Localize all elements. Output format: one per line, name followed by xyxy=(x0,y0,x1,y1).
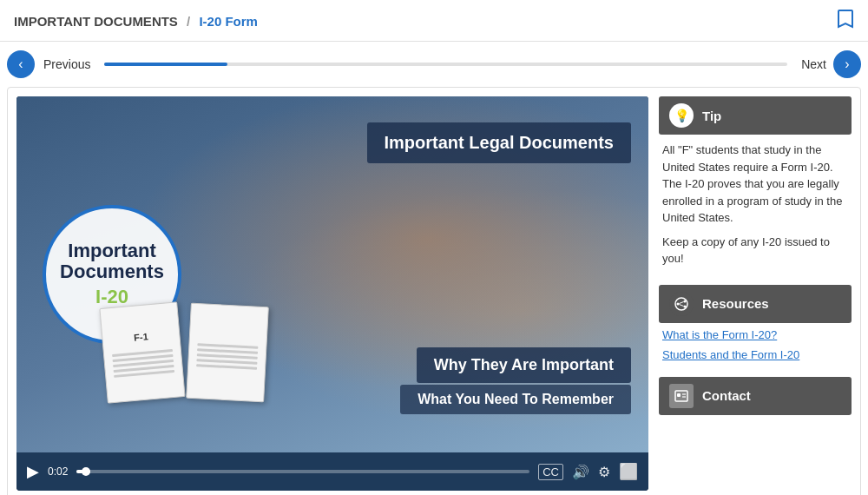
contact-icon xyxy=(669,384,694,408)
why-overlay: Why They Are Important xyxy=(417,347,631,383)
page-header: IMPORTANT DOCUMENTS / I-20 Form xyxy=(0,0,868,42)
doc-thumbnails: F-1 xyxy=(103,305,266,400)
navigation-bar: ‹ Previous Next › xyxy=(0,42,868,87)
slide-title-overlay: Important Legal Documents xyxy=(367,122,631,163)
settings-button[interactable]: ⚙ xyxy=(598,464,610,480)
resource-link-1[interactable]: What is the Form I-20? xyxy=(662,328,848,341)
progress-bar-fill xyxy=(104,63,227,66)
control-icons: CC 🔊 ⚙ ⬜ xyxy=(538,462,638,481)
doc-thumb-lines-2 xyxy=(196,340,259,373)
contact-section: Contact xyxy=(659,377,852,415)
tip-section: 💡 Tip All "F" students that study in the… xyxy=(659,96,852,274)
resources-header-label: Resources xyxy=(702,296,769,311)
tip-icon: 💡 xyxy=(669,103,694,128)
breadcrumb-main: IMPORTANT DOCUMENTS xyxy=(14,14,178,29)
svg-rect-7 xyxy=(677,393,681,397)
breadcrumb-separator: / xyxy=(187,14,190,29)
svg-point-2 xyxy=(684,300,687,302)
video-panel: Important Legal Documents Important Docu… xyxy=(16,96,648,491)
tip-body: All "F" students that study in the Unite… xyxy=(659,135,852,274)
resources-icon xyxy=(669,292,694,316)
svg-point-1 xyxy=(677,302,680,305)
cc-button[interactable]: CC xyxy=(538,464,563,480)
what-overlay: What You Need To Remember xyxy=(400,385,631,414)
breadcrumb: IMPORTANT DOCUMENTS / I-20 Form xyxy=(14,14,258,29)
previous-button[interactable]: ‹ xyxy=(7,50,35,78)
svg-point-3 xyxy=(684,305,687,307)
svg-line-5 xyxy=(680,304,684,306)
resources-section: Resources What is the Form I-20? Student… xyxy=(659,285,852,366)
bookmark-icon[interactable] xyxy=(837,9,854,34)
resources-body: What is the Form I-20? Students and the … xyxy=(659,323,852,366)
resources-header: Resources xyxy=(659,285,852,323)
seek-thumb xyxy=(82,467,90,476)
tip-paragraph-1: All "F" students that study in the Unite… xyxy=(662,142,848,227)
doc-label: F-1 xyxy=(134,331,148,342)
volume-button[interactable]: 🔊 xyxy=(572,464,589,480)
tip-header-label: Tip xyxy=(702,109,721,123)
resource-link-2[interactable]: Students and the Form I-20 xyxy=(662,348,848,361)
play-button[interactable]: ▶ xyxy=(27,462,39,481)
tip-header: 💡 Tip xyxy=(659,96,852,135)
svg-line-4 xyxy=(680,301,684,303)
doc-thumb-lines xyxy=(112,346,175,380)
right-panel: 💡 Tip All "F" students that study in the… xyxy=(648,96,852,491)
previous-label: Previous xyxy=(43,57,90,71)
circle-title: Important Documents xyxy=(60,241,164,282)
tip-paragraph-2: Keep a copy of any I-20 issued to you! xyxy=(662,234,848,267)
contact-header-label: Contact xyxy=(702,388,751,403)
time-display: 0:02 xyxy=(48,465,68,478)
contact-header: Contact xyxy=(659,377,852,415)
progress-bar xyxy=(104,63,787,66)
doc-thumb-2 xyxy=(186,303,269,403)
seek-bar[interactable] xyxy=(76,470,529,473)
video-controls: ▶ 0:02 CC 🔊 ⚙ ⬜ xyxy=(16,452,648,491)
video-thumbnail: Important Legal Documents Important Docu… xyxy=(16,96,648,452)
fullscreen-button[interactable]: ⬜ xyxy=(619,462,638,481)
nav-right: Next › xyxy=(801,50,861,78)
breadcrumb-current: I-20 Form xyxy=(199,14,258,29)
next-label: Next xyxy=(801,57,826,71)
doc-thumb-1: F-1 xyxy=(99,301,185,403)
next-button[interactable]: › xyxy=(833,50,861,78)
main-content: Important Legal Documents Important Docu… xyxy=(7,87,861,495)
